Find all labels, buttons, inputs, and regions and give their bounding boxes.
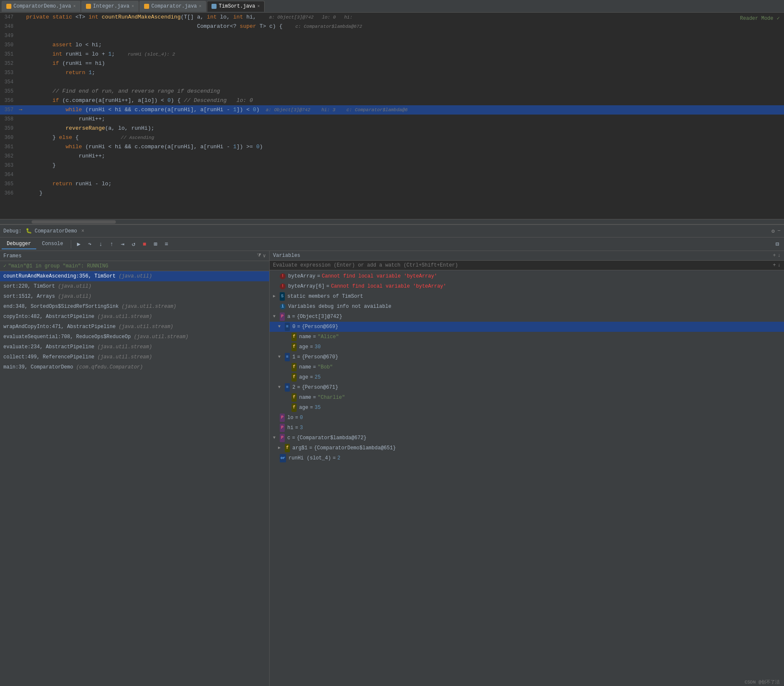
- tab-comparatordemo[interactable]: ComparatorDemo.java ×: [2, 1, 80, 12]
- settings-icon[interactable]: ⚙: [771, 228, 775, 235]
- thread-name: "main"@1 in group "main": RUNNING: [8, 263, 108, 269]
- filter-frames-icon[interactable]: ⧩: [257, 253, 261, 259]
- frame-extra-0: (java.util): [119, 273, 152, 279]
- var-item-age-30[interactable]: f age = 30: [270, 342, 784, 352]
- badge-f-3: f: [292, 363, 297, 371]
- debug-panel: Debug: 🐛 ComparatorDemo × ⚙ − Debugger C…: [0, 224, 784, 686]
- frame-name-2: sort:1512, Arrays: [3, 294, 55, 299]
- collapse-frames-icon[interactable]: ∨: [263, 253, 266, 259]
- var-item-1-person670[interactable]: ▼ ≡ 1 = {Person@670}: [270, 352, 784, 362]
- var-item-runhi[interactable]: or runHi (slot_4) = 2: [270, 453, 784, 463]
- frame-item-9[interactable]: main:39, ComparatorDemo (com.qfedu.Compa…: [0, 362, 269, 372]
- java-file-icon: [6, 4, 11, 9]
- reader-mode-bar: Reader Mode ✓: [740, 15, 780, 21]
- code-line-350: 350 assert lo < hi;: [0, 40, 784, 50]
- frame-extra-2: (java.util): [58, 294, 91, 299]
- frame-item-0[interactable]: countRunAndMakeAscending:356, TimSort (j…: [0, 271, 269, 281]
- variables-title: Variables: [273, 253, 300, 259]
- code-scrollbar[interactable]: [0, 219, 784, 224]
- badge-o-2: ≡: [285, 353, 290, 361]
- debug-title: Debug:: [3, 228, 21, 234]
- rerun-icon[interactable]: ↺: [128, 239, 139, 249]
- var-item-name-alice[interactable]: f name = "Alice": [270, 332, 784, 342]
- step-into-icon[interactable]: ↓: [96, 239, 106, 249]
- frame-name-9: main:39, ComparatorDemo: [3, 364, 73, 370]
- var-item-hi[interactable]: P hi = 3: [270, 423, 784, 433]
- tab-console[interactable]: Console: [37, 239, 68, 249]
- code-line-349: 349: [0, 31, 784, 40]
- frame-item-2[interactable]: sort:1512, Arrays (java.util): [0, 291, 269, 302]
- reader-mode-label[interactable]: Reader Mode: [740, 16, 773, 21]
- eval-expand-icon[interactable]: ↓: [778, 262, 781, 268]
- thread-running: ✓ "main"@1 in group "main": RUNNING: [0, 261, 269, 271]
- frame-name-8: collect:499, ReferencePipeline: [3, 354, 94, 360]
- running-check-icon: ✓: [3, 263, 6, 269]
- frame-item-6[interactable]: evaluateSequential:708, ReduceOps$Reduce…: [0, 332, 269, 342]
- add-watch-icon[interactable]: +: [773, 253, 776, 259]
- var-item-name-charlie[interactable]: f name = "Charlie": [270, 392, 784, 403]
- var-item-static[interactable]: ▶ S static members of TimSort: [270, 291, 784, 302]
- var-item-c[interactable]: ▼ P c = {Comparator$lambda@672}: [270, 433, 784, 443]
- var-item-a[interactable]: ▼ P a = {Object[3]@742}: [270, 312, 784, 322]
- var-item-bytearray6[interactable]: ! byteArray[6] = Cannot find local varia…: [270, 281, 784, 291]
- java-file-icon-3: [144, 4, 149, 9]
- var-item-age-35[interactable]: f age = 35: [270, 403, 784, 413]
- code-line-360: 360 } else {// Ascending: [0, 133, 784, 142]
- tab-label-timsort: TimSort.java: [219, 3, 255, 9]
- debug-session-icon: 🐛: [26, 228, 32, 234]
- var-item-bytearray[interactable]: ! byteArray = Cannot find local variable…: [270, 271, 784, 281]
- tab-comparatorjava[interactable]: Comparator.java ×: [139, 1, 206, 12]
- tab-timsortjava[interactable]: TimSort.java ×: [207, 1, 264, 12]
- variable-tree: ! byteArray = Cannot find local variable…: [270, 270, 784, 686]
- var-item-2-person671[interactable]: ▼ ≡ 2 = {Person@671}: [270, 382, 784, 392]
- minimize-icon[interactable]: −: [777, 228, 781, 235]
- badge-o-3: ≡: [285, 383, 290, 392]
- frame-item-1[interactable]: sort:220, TimSort (java.util): [0, 281, 269, 291]
- expand-watches-icon[interactable]: ↓: [778, 253, 781, 259]
- badge-err-2: !: [280, 283, 286, 289]
- eval-add-icon[interactable]: +: [773, 262, 776, 268]
- var-item-name-bob[interactable]: f name = "Bob": [270, 362, 784, 372]
- close-tab-comparatordemo[interactable]: ×: [73, 4, 76, 9]
- frames-title: Frames: [3, 253, 21, 259]
- badge-err-1: !: [280, 273, 286, 279]
- stop-icon[interactable]: ■: [139, 239, 150, 249]
- frame-item-3[interactable]: end:348, SortedOps$SizedRefSortingSink (…: [0, 302, 269, 312]
- mute-breakpoints-icon[interactable]: ≡: [161, 239, 171, 249]
- badge-p-1: P: [280, 312, 285, 321]
- close-session-icon[interactable]: ×: [81, 228, 84, 234]
- resume-icon[interactable]: ▶: [74, 239, 84, 249]
- tab-debugger[interactable]: Debugger: [2, 239, 36, 249]
- tab-integerjava[interactable]: Integer.java ×: [81, 1, 139, 12]
- run-to-cursor-icon[interactable]: ⇥: [118, 239, 128, 249]
- restore-layout-icon[interactable]: ⊟: [772, 239, 782, 249]
- frame-extra-4: (java.util.stream): [97, 314, 152, 320]
- tab-bar: ComparatorDemo.java × Integer.java × Com…: [0, 0, 784, 13]
- var-item-0-person669[interactable]: ▼ ≡ 0 = {Person@669}: [270, 322, 784, 332]
- code-line-362: 362 runHi++;: [0, 152, 784, 161]
- eval-bar[interactable]: Evaluate expression (Enter) or add a wat…: [270, 261, 784, 270]
- code-line-358: 358 runHi++;: [0, 115, 784, 124]
- frames-header: Frames ⧩ ∨: [0, 251, 269, 261]
- close-tab-timsort[interactable]: ×: [257, 4, 260, 9]
- frame-extra-6: (java.util.stream): [134, 334, 189, 340]
- close-tab-comparator[interactable]: ×: [199, 4, 201, 9]
- frames-header-actions: ⧩ ∨: [257, 253, 266, 259]
- code-line-347: 347 private static <T> int countRunAndMa…: [0, 13, 784, 22]
- frame-item-7[interactable]: evaluate:234, AbstractPipeline (java.uti…: [0, 342, 269, 352]
- close-tab-integer[interactable]: ×: [131, 4, 134, 9]
- frame-item-4[interactable]: copyInto:482, AbstractPipeline (java.uti…: [0, 312, 269, 322]
- frame-extra-8: (java.util.stream): [97, 354, 152, 360]
- var-item-lo[interactable]: P lo = 0: [270, 413, 784, 423]
- view-breakpoints-icon[interactable]: ⊞: [150, 239, 161, 249]
- frame-item-5[interactable]: wrapAndCopyInto:471, AbstractPipeline (j…: [0, 322, 269, 332]
- frame-item-8[interactable]: collect:499, ReferencePipeline (java.uti…: [0, 352, 269, 362]
- step-over-icon[interactable]: ↷: [85, 239, 95, 249]
- badge-f-5: f: [292, 393, 297, 402]
- step-out-icon[interactable]: ↑: [107, 239, 117, 249]
- var-item-age-25[interactable]: f age = 25: [270, 372, 784, 382]
- code-line-365: 365 return runHi - lo;: [0, 179, 784, 189]
- timsort-file-icon: [211, 4, 217, 9]
- var-item-arg1[interactable]: ▶ f arg$1 = {ComparatorDemo$lambda@651}: [270, 443, 784, 453]
- variables-header: Variables + ↓: [270, 251, 784, 261]
